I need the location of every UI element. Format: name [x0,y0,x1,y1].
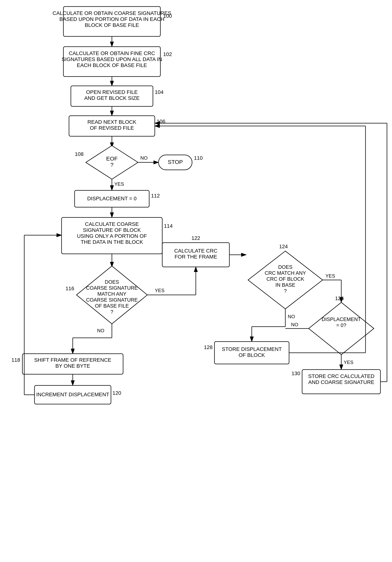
svg-text:AND COARSE SIGNATURE: AND COARSE SIGNATURE [308,379,374,385]
svg-text:CALCULATE OR OBTAIN COARSE SIG: CALCULATE OR OBTAIN COARSE SIGNATURES [53,10,171,16]
svg-text:EACH BLOCK OF BASE FILE: EACH BLOCK OF BASE FILE [77,62,147,68]
svg-text:DISPLACEMENT: DISPLACEMENT [322,316,361,322]
svg-text:124: 124 [279,244,288,249]
svg-text:CALCULATE OR OBTAIN FINE CRC: CALCULATE OR OBTAIN FINE CRC [69,50,155,56]
svg-text:120: 120 [112,390,121,396]
svg-text:NO: NO [140,155,148,161]
svg-text:STOP: STOP [168,159,183,165]
svg-text:SIGNATURE OF BLOCK: SIGNATURE OF BLOCK [83,227,141,233]
svg-text:IN BASE: IN BASE [275,282,295,288]
svg-text:EOF: EOF [106,155,118,162]
svg-text:128: 128 [204,344,213,350]
svg-text:NO: NO [97,328,104,333]
svg-text:112: 112 [151,193,160,199]
svg-text:BASED UPON PORTION OF DATA IN : BASED UPON PORTION OF DATA IN EACH [59,16,164,22]
svg-text:OF REVISED FILE: OF REVISED FILE [90,125,134,131]
svg-text:INCREMENT DISPLACEMENT: INCREMENT DISPLACEMENT [36,392,109,397]
svg-text:STORE CRC CALCULATED: STORE CRC CALCULATED [308,373,374,379]
svg-text:MATCH ANY: MATCH ANY [97,291,126,297]
svg-text:?: ? [110,309,113,315]
svg-text:READ NEXT BLOCK: READ NEXT BLOCK [88,119,136,125]
svg-text:FOR THE FRAME: FOR THE FRAME [175,254,217,260]
svg-text:CRC MATCH ANY: CRC MATCH ANY [265,270,306,276]
svg-text:?: ? [110,162,113,168]
svg-text:OF BLOCK: OF BLOCK [238,352,265,358]
svg-text:?: ? [284,288,287,294]
svg-text:USING ONLY A PORTION OF: USING ONLY A PORTION OF [77,233,147,239]
svg-text:CRC OF BLOCK: CRC OF BLOCK [267,276,304,282]
svg-text:BLOCK OF BASE FILE: BLOCK OF BASE FILE [85,22,139,28]
svg-text:NO: NO [288,314,295,319]
svg-text:104: 104 [155,89,164,95]
svg-text:110: 110 [194,155,203,161]
svg-text:108: 108 [75,151,84,157]
svg-text:OF BASE FILE: OF BASE FILE [95,303,129,309]
svg-text:DISPLACEMENT = 0: DISPLACEMENT = 0 [87,196,137,201]
svg-text:COARSE SIGNATURE: COARSE SIGNATURE [86,285,138,291]
svg-text:THE DATA IN THE BLOCK: THE DATA IN THE BLOCK [81,239,143,245]
svg-text:130: 130 [291,371,300,376]
svg-text:116: 116 [66,286,74,291]
svg-text:122: 122 [191,235,200,241]
svg-text:SHIFT FRAME OF REFERENCE: SHIFT FRAME OF REFERENCE [34,357,111,363]
svg-text:CALCULATE COARSE: CALCULATE COARSE [85,221,139,227]
svg-text:OPEN REVISED FILE: OPEN REVISED FILE [86,89,138,95]
svg-text:YES: YES [325,273,335,279]
svg-text:NO: NO [291,322,298,327]
svg-text:126: 126 [335,295,344,301]
flowchart-diagram: CALCULATE OR OBTAIN COARSE SIGNATURES BA… [0,0,392,562]
svg-text:DOES: DOES [105,279,119,285]
svg-text:118: 118 [11,357,20,363]
svg-text:YES: YES [344,360,353,365]
svg-text:DOES: DOES [278,264,293,270]
svg-text:= 0?: = 0? [336,323,346,328]
svg-text:YES: YES [114,181,124,187]
svg-text:114: 114 [164,223,173,229]
svg-text:CALCULATE CRC: CALCULATE CRC [174,248,217,254]
svg-text:100: 100 [163,13,172,19]
svg-text:STORE DISPLACEMENT: STORE DISPLACEMENT [222,346,282,352]
svg-text:COARSE SIGNATURE: COARSE SIGNATURE [86,297,138,303]
svg-marker-72 [309,302,374,355]
svg-text:SIGNATURES BASED UPON ALL DATA: SIGNATURES BASED UPON ALL DATA IN [62,56,162,62]
svg-text:BY ONE BYTE: BY ONE BYTE [55,363,90,369]
svg-text:YES: YES [155,288,165,293]
svg-text:AND GET BLOCK SIZE: AND GET BLOCK SIZE [84,95,140,101]
svg-text:102: 102 [163,51,172,57]
